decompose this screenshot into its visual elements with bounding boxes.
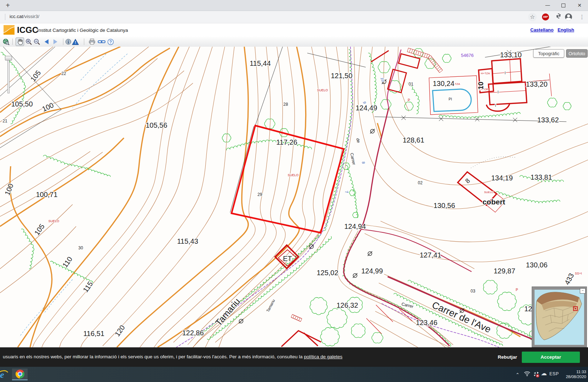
map-label: I — [498, 90, 499, 94]
tray-wifi-icon[interactable] — [524, 371, 530, 376]
help-button[interactable]: ? — [106, 37, 115, 46]
previous-view-button[interactable] — [42, 37, 51, 46]
cookie-reject-button[interactable]: Rebutjar — [494, 352, 521, 362]
url-domain: icc.cat — [10, 14, 23, 19]
zoom-in-icon — [25, 38, 32, 45]
internet-explorer-icon: e — [0, 369, 8, 380]
language-link-castellano[interactable]: Castellano — [530, 27, 554, 33]
zoom-in-button[interactable] — [24, 37, 33, 46]
adblock-extension-icon[interactable]: ABP — [542, 13, 549, 21]
pan-tool-button[interactable] — [16, 37, 24, 46]
window-close-button[interactable]: ✕ — [572, 0, 587, 11]
toolbar-separator — [84, 39, 84, 45]
tray-show-hidden-icons[interactable]: ⌃ — [514, 371, 521, 378]
map-label: H+TZA — [481, 72, 490, 75]
tray-language-indicator[interactable]: ESP — [549, 371, 559, 376]
link-chain-icon — [98, 39, 105, 44]
tray-clock[interactable]: 11:33 28/08/2020 — [562, 369, 586, 379]
slider-track[interactable] — [7, 57, 10, 93]
map-label: I — [505, 71, 506, 75]
minimap-collapse-button[interactable]: – — [580, 288, 586, 294]
url-text[interactable]: icc.cat/vissir3/ — [10, 14, 39, 19]
next-view-button[interactable] — [51, 37, 59, 46]
map-label: 105,56 — [145, 121, 167, 129]
sync-icon — [532, 370, 540, 378]
tray-onedrive-icon[interactable]: ☁ — [541, 370, 547, 377]
map-label: SUELO — [288, 173, 299, 177]
taskbar-internet-explorer[interactable]: e — [0, 369, 11, 380]
brand-name: ICGC — [17, 25, 38, 35]
map-label: 115,44 — [250, 59, 271, 67]
taskbar-chrome[interactable] — [12, 369, 28, 380]
map-label: 110 — [61, 255, 74, 269]
window-minimize-button[interactable]: — — [540, 0, 555, 11]
map-label: 22 — [61, 71, 66, 76]
map-canvas[interactable]: 115,44121,50SUELO28124,4910522105,501002… — [0, 47, 588, 347]
map-label: 115,43 — [177, 237, 198, 245]
layer-button-topographic[interactable]: Topogràfic — [533, 49, 564, 58]
map-label: 02 — [418, 180, 423, 185]
map-label: Carrer — [349, 152, 357, 165]
browser-address-bar[interactable]: icc.cat/vissir3/ ☆ ABP ⋮ — [0, 11, 588, 23]
tray-sync-error-icon[interactable] — [532, 370, 540, 378]
map-label: de — [355, 138, 361, 143]
map-label: 30 — [78, 245, 83, 250]
map-label: 133,20 — [526, 80, 547, 88]
chrome-icon — [16, 370, 24, 378]
print-button[interactable] — [88, 37, 96, 46]
back-arrow-icon — [45, 39, 48, 44]
map-label: cobert — [483, 198, 505, 206]
map-label: 124,94 — [344, 222, 366, 230]
map-label: 433 — [563, 272, 575, 286]
bookmark-star-icon[interactable]: ☆ — [528, 13, 537, 21]
map-label: 8 — [464, 177, 472, 185]
map-label: 130,24 — [433, 80, 454, 87]
map-label: I — [495, 104, 496, 108]
icgc-logo — [4, 25, 15, 35]
language-link-english[interactable]: English — [558, 27, 574, 33]
cookie-policy-link[interactable]: política de galetes — [304, 354, 342, 359]
map-label: 134,19 — [491, 174, 513, 182]
map-label: P — [516, 288, 518, 292]
map-label: 122,86 — [182, 329, 204, 337]
map-label: 10 — [477, 82, 485, 89]
map-label: 121,50 — [331, 72, 352, 80]
address-bar-divider — [5, 14, 5, 20]
browser-menu-icon[interactable]: ⋮ — [578, 13, 586, 21]
cookie-accept-button[interactable]: Acceptar — [522, 352, 580, 363]
layer-button-ortophoto[interactable]: Ortofoto — [566, 49, 588, 58]
help-icon: ? — [107, 39, 114, 45]
share-link-button[interactable] — [97, 37, 106, 46]
map-label: 7 — [344, 190, 349, 194]
map-label: SUELO — [317, 88, 328, 92]
map-label: SUELO — [48, 219, 59, 223]
map-zoom-slider[interactable] — [5, 56, 11, 94]
globe-magnifier-icon — [2, 38, 10, 45]
zoom-out-button[interactable] — [33, 37, 41, 46]
tray-date: 28/08/2020 — [562, 374, 586, 379]
info-icon: i — [65, 38, 72, 45]
profile-avatar[interactable] — [565, 13, 572, 21]
overview-zoom-button[interactable] — [2, 37, 10, 46]
overview-minimap[interactable]: – — [532, 286, 587, 347]
new-tab-button[interactable]: + — [4, 1, 12, 10]
map-label: TZA — [455, 82, 460, 86]
map-label: 8 — [361, 161, 366, 164]
cookie-consent-bar: usuaris en els nostres webs, per millora… — [0, 347, 588, 367]
toolbar-separator — [63, 39, 63, 45]
map-label: 115 — [81, 280, 94, 294]
map-label: 124,49 — [355, 104, 377, 112]
brand-subtitle: Institut Cartogràfic i Geològic de Catal… — [37, 28, 128, 33]
map-label: 10 — [380, 77, 385, 82]
extensions-icon[interactable] — [554, 13, 563, 21]
map-label: 12 — [524, 305, 532, 313]
windows-taskbar: e ⌃ ☁ ESP 11:33 28/08/2020 — [0, 367, 588, 382]
window-restore-button[interactable] — [555, 0, 571, 11]
map-label: Carrer — [401, 301, 414, 309]
slider-handle[interactable] — [5, 56, 12, 60]
map-label: P — [408, 98, 410, 102]
hand-icon — [17, 39, 23, 45]
map-label: 116,51 — [83, 330, 104, 337]
report-error-button[interactable]: ! — [71, 37, 80, 46]
toolbar-separator — [12, 39, 13, 45]
